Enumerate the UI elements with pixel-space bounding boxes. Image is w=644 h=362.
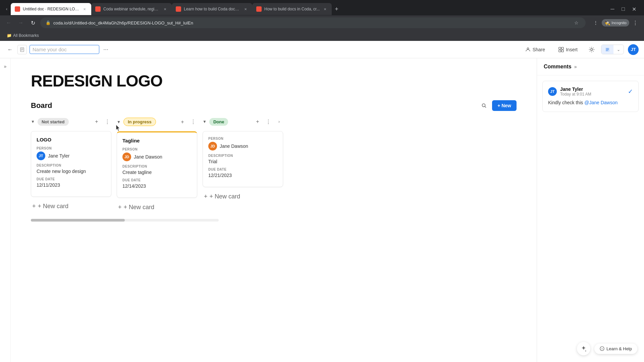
sidebar-toggle-area: » [0,58,11,362]
card-tagline-person-row: JD Jane Dawson [122,153,192,161]
doc-name-input[interactable] [30,45,99,54]
new-card-plus-icon-3: + [204,193,208,200]
column-done-more[interactable]: ⋮ [264,118,272,126]
share-button[interactable]: Share [521,45,550,54]
doc-more-button[interactable]: ··· [102,45,110,54]
tab-3-favicon [176,6,181,12]
doc-title: REDESIGN LOGO [31,72,517,90]
sidebar-toggle-button[interactable]: » [1,62,9,70]
forward-button[interactable]: → [16,18,25,27]
column-in-progress-add[interactable]: + [178,118,186,126]
refresh-button[interactable]: ↻ [28,18,38,27]
doc-area: REDESIGN LOGO Board + New [11,58,537,362]
learn-help-button[interactable]: ? Learn & Help [594,344,637,354]
card-logo-person-row: JT Jane Tyler [37,152,106,160]
card-done-person-label: PERSON [208,137,277,140]
column-not-started-more[interactable]: ⋮ [103,118,111,126]
browser-menu-button[interactable]: ⋮ [631,18,640,27]
back-button[interactable]: ← [4,18,13,27]
tab-2-close[interactable]: ✕ [162,6,168,12]
tab-overflow-btn[interactable]: ‹ [3,5,11,13]
close-window-button[interactable]: ✕ [629,4,639,14]
column-not-started-add[interactable]: + [93,118,101,126]
tab-4-label: How to build docs in Coda, cr... [264,7,320,11]
tab-1-close[interactable]: ✕ [82,6,87,12]
card-logo-desc-label: DESCRIPTION [37,164,106,167]
comment-resolve-button[interactable]: ✓ [628,88,633,95]
card-logo-title: LOGO [37,137,106,142]
card-done-avatar: JD [208,142,217,150]
column-in-progress-more[interactable]: ⋮ [189,118,197,126]
tab-2-favicon [95,6,101,12]
comments-title: Comments [544,64,572,70]
comment-mention[interactable]: @Jane Dawson [584,100,618,105]
not-started-new-card[interactable]: + + New card [31,200,111,213]
chevron-down-icon: ⌄ [617,47,620,52]
bookmarks-item[interactable]: 📁 All Bookmarks [4,32,42,39]
tab-4[interactable]: How to build docs in Coda, cr... ✕ [252,3,332,15]
filter-icon-not-started: ▼ [31,119,35,124]
settings-button[interactable] [586,44,597,55]
comments-header: Comments » [537,58,644,75]
app-back-button[interactable]: ← [5,45,15,54]
card-tagline-title: Tagline [122,138,192,143]
url-text: coda.io/d/Untitled-doc_dk4MaGh2h6p/REDES… [53,20,570,25]
toolbar-left: ← ··· [5,45,518,54]
board-section: Board + New [31,100,517,222]
card-tagline-due-date: 12/14/2023 [122,183,192,189]
new-card-plus-icon-2: + [118,204,122,211]
tab-3-close[interactable]: ✕ [243,6,248,12]
insert-button[interactable]: Insert [554,45,582,54]
card-done-person-row: JD Jane Dawson [208,142,277,150]
tab-bar: ‹ Untitled doc · REDESIGN LOGO... ✕ Coda… [0,0,644,15]
tab-1[interactable]: Untitled doc · REDESIGN LOGO... ✕ [11,3,91,15]
board-search-button[interactable] [479,100,489,111]
in-progress-new-card[interactable]: + + New card [117,201,197,214]
maximize-button[interactable]: □ [619,4,628,14]
tab-3[interactable]: Learn how to build Coda docs... ✕ [172,3,252,15]
extensions-button[interactable]: ⋮ [591,18,600,27]
column-not-started: ▼ Not started + ⋮ LOGO PERSON JT Jane Ty… [31,116,111,213]
doc-mode-more[interactable]: ⌄ [613,45,624,54]
card-logo-person-name: Jane Tyler [48,153,69,159]
new-tab-button[interactable]: + [332,4,341,14]
doc-mode-editing[interactable] [601,45,613,54]
minimize-button[interactable]: ─ [608,4,617,14]
board: ▼ Not started + ⋮ LOGO PERSON JT Jane Ty… [31,116,517,214]
comment-body: Kindly check this @Jane Dawson [548,99,633,106]
svg-point-11 [482,104,485,107]
svg-point-9 [591,49,593,51]
url-bar[interactable]: 🔒 coda.io/d/Untitled-doc_dk4MaGh2h6p/RED… [40,17,586,28]
incognito-badge: 🕵 Incognito [602,19,629,26]
svg-text:?: ? [601,348,603,351]
tab-2[interactable]: Coda webinar schedule, regist... ✕ [91,3,172,15]
tab-1-label: Untitled doc · REDESIGN LOGO... [23,7,79,11]
user-avatar[interactable]: JT [628,44,639,55]
section-header: Board + New [31,100,517,111]
column-not-started-header: ▼ Not started + ⋮ [31,116,111,127]
board-scrollbar-thumb[interactable] [31,219,125,222]
doc-icon-button[interactable] [17,45,27,54]
tab-2-label: Coda webinar schedule, regist... [103,7,160,11]
column-done-extra[interactable]: › [275,118,283,126]
star-button[interactable]: ☆ [572,19,580,27]
svg-line-12 [485,107,486,108]
svg-rect-5 [559,47,561,49]
done-new-card[interactable]: + + New card [203,190,283,203]
svg-rect-6 [561,47,564,49]
svg-rect-8 [561,50,564,52]
column-done-add[interactable]: + [254,118,262,126]
new-item-button[interactable]: + New [492,100,517,111]
board-section-title: Board [31,101,52,110]
tab-4-close[interactable]: ✕ [322,6,328,12]
card-tagline-person-name: Jane Dawson [134,154,162,160]
card-tagline-desc: Create tagline [122,170,192,175]
ai-button[interactable] [577,342,590,355]
filter-icon-done: ▼ [203,119,207,124]
card-logo-due-date: 12/11/2023 [37,182,106,188]
status-badge-in-progress: In progress [123,118,156,126]
bookmarks-bar: 📁 All Bookmarks [0,30,644,41]
expand-comments-icon[interactable]: » [574,64,577,69]
board-scrollbar-track[interactable] [31,219,219,222]
card-logo-person-label: PERSON [37,146,106,150]
